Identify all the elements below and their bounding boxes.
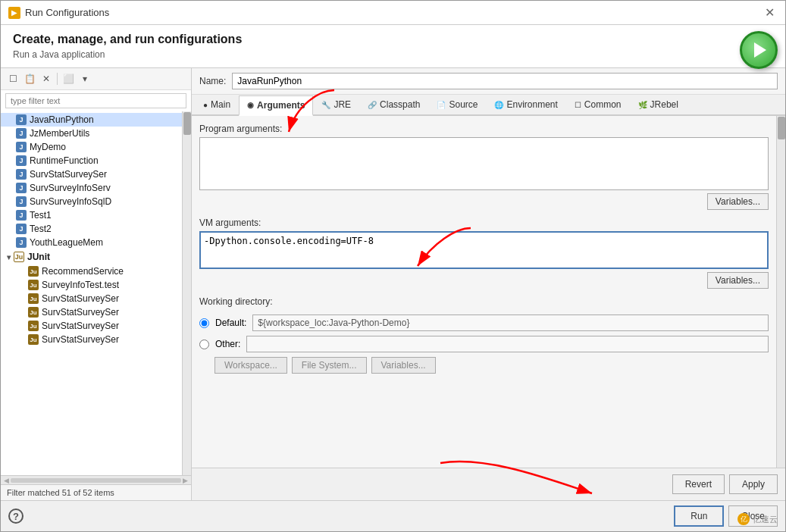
default-radio-row: Default: — [199, 315, 769, 331]
working-dir-label: Working directory: — [199, 296, 769, 307]
other-radio-row: Other: — [199, 336, 769, 352]
tree-item-survsurvey2[interactable]: J SurvSurveyInfoSqlD — [1, 195, 182, 208]
tab-main-label: Main — [211, 99, 230, 110]
header-subtitle: Run a Java application — [13, 49, 773, 60]
tree-item-label: JzMemberUtils — [30, 128, 89, 139]
junit-icon-1: Ju — [28, 266, 39, 277]
java-icon-9: J — [16, 224, 27, 234]
run-button[interactable]: Run — [674, 505, 724, 527]
tree-item-survstat1[interactable]: J SurvStatSurveySer — [1, 167, 182, 181]
tree-group-junit[interactable]: ▾ Ju JUnit — [1, 249, 182, 264]
tree-item-label: JavaRunPython — [30, 114, 94, 125]
title-bar-left: ▶ Run Configurations — [8, 7, 109, 19]
tree-item-label: SurvStatSurveySer — [42, 334, 119, 345]
tree-item-label: MyDemo — [30, 142, 66, 152]
tree-item-survsurvey1[interactable]: J SurvSurveyInfoServ — [1, 181, 182, 195]
program-args-textarea[interactable] — [199, 137, 769, 190]
help-icon[interactable]: ? — [8, 509, 23, 524]
tab-source[interactable]: 📄 Source — [428, 95, 486, 114]
tree-item-test1[interactable]: J Test1 — [1, 208, 182, 222]
tab-classpath[interactable]: 🔗 Classpath — [359, 95, 428, 114]
watermark: 亿 亿速云 — [737, 513, 778, 525]
tree-item-survey-info[interactable]: Ju SurveyInfoTest.test — [1, 278, 182, 292]
program-args-label: Program arguments: — [199, 124, 769, 134]
env-tab-icon: 🌐 — [494, 101, 503, 109]
tree-item-my-demo[interactable]: J MyDemo — [1, 140, 182, 154]
filesystem-btn[interactable]: File System... — [292, 357, 367, 374]
expand-button[interactable]: ▾ — [77, 71, 92, 86]
java-icon-10: J — [16, 237, 27, 248]
left-panel: ☐ 📋 ✕ ⬜ ▾ J JavaRunPython J — [1, 68, 192, 500]
java-icon-2: J — [16, 128, 27, 139]
tree-item-label: RuntimeFunction — [30, 155, 99, 166]
close-button[interactable]: ✕ — [762, 5, 778, 20]
junit-icon-2: Ju — [28, 280, 39, 290]
run-button-header[interactable] — [740, 31, 778, 69]
tree-item-recommend[interactable]: Ju RecommendService — [1, 264, 182, 278]
tab-environment[interactable]: 🌐 Environment — [486, 95, 565, 114]
filter-button[interactable]: ⬜ — [61, 71, 76, 86]
tree-item-survstat-j4[interactable]: Ju SurvStatSurveySer — [1, 333, 182, 346]
tab-classpath-label: Classpath — [380, 99, 420, 110]
duplicate-button[interactable]: 📋 — [22, 71, 37, 86]
vm-args-textarea[interactable]: -Dpython.console.encoding=UTF-8 — [199, 231, 769, 269]
tab-arguments[interactable]: ◉ Arguments — [239, 95, 313, 116]
tree-item-test2[interactable]: J Test2 — [1, 222, 182, 236]
default-radio[interactable] — [199, 318, 209, 328]
watermark-text: 亿速云 — [753, 514, 778, 525]
tree-item-label: SurvStatSurveySer — [42, 307, 119, 318]
filter-input[interactable] — [5, 93, 186, 108]
jrebel-tab-icon: 🌿 — [638, 101, 647, 109]
tree-item-jz-member[interactable]: J JzMemberUtils — [1, 127, 182, 140]
tab-common[interactable]: ☐ Common — [566, 95, 630, 114]
tabs-row: ● Main ◉ Arguments 🔧 JRE 🔗 Classpath 📄 — [192, 95, 785, 116]
other-radio[interactable] — [199, 340, 209, 349]
delete-button[interactable]: ✕ — [39, 71, 54, 86]
left-toolbar: ☐ 📋 ✕ ⬜ ▾ — [1, 68, 191, 90]
tab-source-label: Source — [449, 99, 478, 110]
tree-item-label: Test1 — [30, 210, 52, 221]
tab-common-label: Common — [584, 99, 622, 110]
watermark-icon: 亿 — [737, 513, 750, 525]
vm-args-label: VM arguments: — [199, 217, 769, 228]
apply-button[interactable]: Apply — [729, 474, 778, 494]
tab-arguments-label: Arguments — [257, 100, 305, 111]
right-panel-scrollbar[interactable] — [776, 116, 785, 468]
tab-jrebel-label: JRebel — [650, 99, 678, 110]
new-config-button[interactable]: ☐ — [5, 71, 20, 86]
horizontal-scroll[interactable]: ◀ ▶ — [1, 475, 191, 484]
tree-scroll-container: J JavaRunPython J JzMemberUtils J MyDemo… — [1, 111, 191, 475]
other-dir-input[interactable] — [246, 336, 769, 352]
tree-item-survstat-j3[interactable]: Ju SurvStatSurveySer — [1, 319, 182, 333]
name-label: Name: — [199, 76, 226, 86]
junit-group-icon: Ju — [14, 252, 24, 262]
left-panel-scrollbar[interactable] — [182, 111, 191, 475]
dialog-title: Run Configurations — [25, 7, 109, 18]
tree-item-label: SurvSurveyInfoSqlD — [30, 196, 111, 207]
expand-arrow: ▾ — [7, 253, 11, 261]
tree-item-label: SurvSurveyInfoServ — [30, 183, 111, 193]
junit-icon-4: Ju — [28, 307, 39, 318]
tree-item-survstat-j2[interactable]: Ju SurvStatSurveySer — [1, 305, 182, 319]
run-config-icon: ▶ — [8, 7, 20, 19]
working-dir-section: Working directory: Default: Other: — [199, 296, 769, 374]
tree-item-java-run-python[interactable]: J JavaRunPython — [1, 113, 182, 127]
tree-item-youth[interactable]: J YouthLeagueMem — [1, 236, 182, 249]
tab-jrebel[interactable]: 🌿 JRebel — [630, 95, 687, 114]
program-args-variables-btn[interactable]: Variables... — [707, 193, 769, 210]
workspace-btn[interactable]: Workspace... — [215, 357, 287, 374]
revert-button[interactable]: Revert — [672, 474, 725, 494]
java-icon-3: J — [16, 142, 27, 152]
tab-main[interactable]: ● Main — [195, 95, 239, 114]
java-icon-7: J — [16, 196, 27, 207]
main-tab-icon: ● — [203, 101, 208, 109]
dir-variables-btn[interactable]: Variables... — [371, 357, 436, 374]
right-panel: Name: ● Main ◉ Arguments 🔧 JRE 🔗 — [192, 68, 785, 500]
tree-item-survstat-j1[interactable]: Ju SurvStatSurveySer — [1, 292, 182, 305]
default-dir-input[interactable] — [252, 315, 769, 331]
name-input[interactable] — [232, 73, 778, 89]
vm-args-variables-btn[interactable]: Variables... — [707, 272, 769, 289]
java-icon-6: J — [16, 183, 27, 193]
tree-item-runtime[interactable]: J RuntimeFunction — [1, 154, 182, 167]
tab-jre[interactable]: 🔧 JRE — [313, 95, 359, 114]
